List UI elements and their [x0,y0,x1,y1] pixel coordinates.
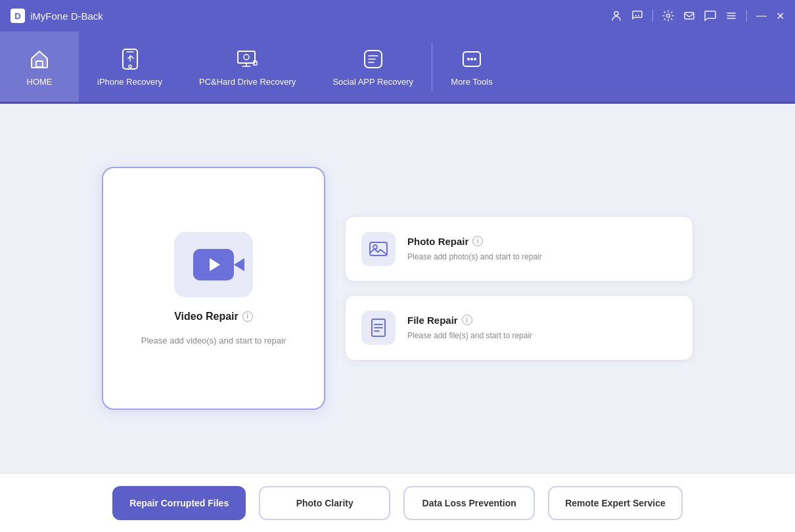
svg-point-9 [129,65,131,68]
small-cards-area: Photo Repair i Please add photo(s) and s… [345,216,693,361]
photo-repair-title: Photo Repair i [407,236,677,247]
titlebar-icons: — ✕ [610,10,784,22]
photo-repair-info[interactable]: i [472,236,483,246]
remote-expert-button[interactable]: Remote Expert Service [548,486,683,520]
logo-letter: D [11,9,25,23]
svg-point-22 [474,58,476,60]
photo-repair-card[interactable]: Photo Repair i Please add photo(s) and s… [345,216,693,282]
close-button[interactable]: ✕ [776,10,784,22]
menu-icon[interactable] [725,10,737,22]
pc-icon [235,47,260,72]
data-loss-prevention-button[interactable]: Data Loss Prevention [403,486,535,520]
video-repair-card[interactable]: Video Repair i Please add video(s) and s… [102,167,325,410]
video-repair-info[interactable]: i [242,311,253,322]
file-repair-desc: Please add file(s) and start to repair [407,330,677,342]
main-content: Video Repair i Please add video(s) and s… [0,104,795,473]
chat-icon[interactable] [704,10,716,22]
more-icon [459,47,484,72]
mail-icon[interactable] [683,10,695,22]
person-icon[interactable] [610,10,622,22]
nav-item-pc[interactable]: PC&Hard Drive Recovery [181,32,314,102]
photo-repair-text: Photo Repair i Please add photo(s) and s… [407,236,677,263]
discord-icon[interactable] [631,10,643,22]
svg-point-21 [470,58,473,60]
photo-clarity-button[interactable]: Photo Clarity [259,486,390,520]
nav-label-social: Social APP Recovery [332,77,413,87]
file-repair-title: File Repair i [407,315,677,326]
cards-area: Video Repair i Please add video(s) and s… [102,123,693,453]
nav-item-iphone[interactable]: iPhone Recovery [79,32,181,102]
video-repair-desc: Please add video(s) and start to repair [141,336,286,345]
iphone-icon [118,47,143,72]
titlebar-divider2 [746,10,747,22]
app-title: iMyFone D-Back [30,11,103,22]
photo-repair-icon [361,232,396,266]
nav-item-home[interactable]: HOME [0,32,79,102]
bottom-bar: Repair Corrupted Files Photo Clarity Dat… [0,473,795,532]
social-icon [361,47,386,72]
svg-rect-23 [370,242,387,255]
video-repair-icon-bg [174,232,253,298]
svg-point-1 [667,14,670,18]
nav-label-iphone: iPhone Recovery [97,77,162,87]
settings-icon[interactable] [662,10,674,22]
nav-label-home: HOME [27,77,53,87]
title-bar: D iMyFone D-Back — ✕ [0,0,795,32]
file-repair-icon [361,311,396,345]
nav-bar: HOME iPhone Recovery PC&Hard Drive [0,32,795,104]
nav-item-more[interactable]: More Tools [432,32,511,102]
nav-item-social[interactable]: Social APP Recovery [314,32,432,102]
svg-rect-2 [685,12,694,19]
nav-label-pc: PC&Hard Drive Recovery [199,77,296,87]
svg-point-24 [373,245,377,249]
file-repair-info[interactable]: i [462,315,472,325]
file-repair-card[interactable]: File Repair i Please add file(s) and sta… [345,295,693,361]
file-repair-text: File Repair i Please add file(s) and sta… [407,315,677,342]
home-icon [27,47,52,72]
svg-point-0 [614,12,618,16]
svg-point-12 [244,55,249,60]
svg-point-20 [467,58,470,60]
minimize-button[interactable]: — [756,10,767,22]
photo-repair-desc: Please add photo(s) and start to repair [407,251,677,263]
app-logo: D iMyFone D-Back [11,9,103,23]
nav-label-more: More Tools [451,77,492,87]
repair-corrupted-button[interactable]: Repair Corrupted Files [112,486,246,520]
titlebar-divider [652,10,653,22]
svg-rect-11 [238,51,255,63]
video-repair-title: Video Repair i [174,311,253,322]
